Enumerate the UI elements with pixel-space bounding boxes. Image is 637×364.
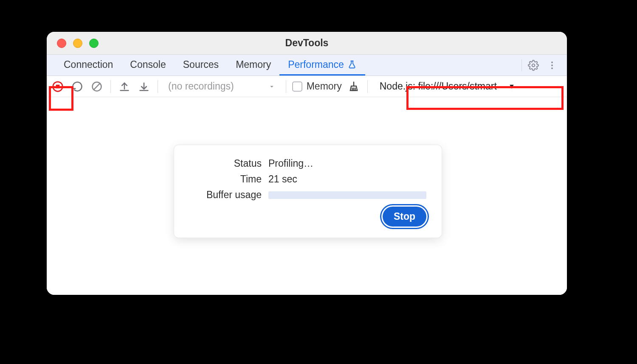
more-vertical-icon	[547, 60, 557, 70]
tab-label: Memory	[236, 59, 271, 70]
buffer-usage-label: Buffer usage	[189, 189, 262, 201]
svg-line-7	[93, 83, 100, 90]
separator	[286, 80, 286, 93]
maximize-window-button[interactable]	[89, 39, 99, 48]
more-button[interactable]	[545, 58, 559, 73]
status-label: Status	[189, 158, 262, 169]
status-value: Profiling…	[268, 158, 426, 169]
record-button[interactable]	[50, 79, 65, 94]
tab-connection[interactable]: Connection	[55, 55, 121, 76]
tab-console[interactable]: Console	[121, 55, 174, 76]
reload-button[interactable]	[70, 79, 85, 94]
tab-label: Performance	[288, 59, 344, 70]
svg-point-3	[551, 67, 553, 69]
svg-point-1	[551, 62, 553, 63]
reload-icon	[71, 81, 83, 92]
tab-label: Console	[130, 59, 166, 70]
devtools-window: DevTools Connection Console Sources Memo…	[47, 32, 567, 295]
separator	[158, 80, 158, 93]
tab-sources[interactable]: Sources	[175, 55, 227, 76]
download-profile-button[interactable]	[136, 79, 152, 94]
separator	[367, 80, 368, 93]
upload-icon	[118, 81, 130, 92]
memory-label: Memory	[307, 81, 342, 92]
svg-point-2	[551, 64, 553, 66]
ban-icon	[91, 81, 103, 92]
target-dropdown[interactable]: Node.js: file:///Users/stmart ▼	[374, 78, 520, 95]
tab-label: Connection	[64, 59, 113, 70]
stop-button[interactable]: Stop	[383, 207, 426, 227]
divider	[521, 59, 522, 71]
svg-rect-5	[56, 84, 60, 88]
time-label: Time	[189, 174, 262, 185]
recordings-placeholder: (no recordings)	[168, 81, 234, 92]
upload-profile-button[interactable]	[117, 79, 132, 94]
tab-performance[interactable]: Performance	[279, 55, 365, 76]
target-selected-label: Node.js: file:///Users/stmart	[380, 81, 497, 92]
minimize-window-button[interactable]	[73, 39, 82, 48]
collect-garbage-button[interactable]	[346, 79, 361, 94]
settings-button[interactable]	[526, 58, 541, 73]
window-title: DevTools	[47, 37, 567, 49]
broom-icon	[348, 81, 360, 92]
performance-main: Status Profiling… Time 21 sec Buffer usa…	[47, 97, 567, 295]
close-window-button[interactable]	[57, 39, 66, 48]
recordings-dropdown[interactable]: (no recordings)	[164, 81, 280, 92]
memory-toggle[interactable]: Memory	[292, 81, 342, 92]
svg-point-0	[532, 64, 535, 67]
chevron-down-icon	[268, 83, 276, 90]
separator	[110, 80, 111, 93]
profiling-status-panel: Status Profiling… Time 21 sec Buffer usa…	[174, 145, 442, 238]
tabstrip: Connection Console Sources Memory Perfor…	[47, 55, 567, 76]
buffer-usage-bar	[268, 191, 426, 199]
memory-checkbox[interactable]	[292, 81, 302, 92]
window-controls	[47, 39, 99, 48]
chevron-down-icon: ▼	[508, 83, 515, 90]
clear-button[interactable]	[89, 79, 104, 94]
flask-icon	[347, 60, 357, 69]
record-stop-icon	[51, 80, 64, 93]
performance-toolbar: (no recordings) Memory Node.js: file:///…	[47, 76, 567, 97]
download-icon	[138, 81, 150, 92]
titlebar: DevTools	[47, 32, 567, 55]
tab-label: Sources	[183, 59, 219, 70]
tabstrip-right-controls	[521, 55, 564, 76]
time-value: 21 sec	[268, 174, 426, 185]
gear-icon	[528, 60, 539, 71]
tab-memory[interactable]: Memory	[227, 55, 279, 76]
